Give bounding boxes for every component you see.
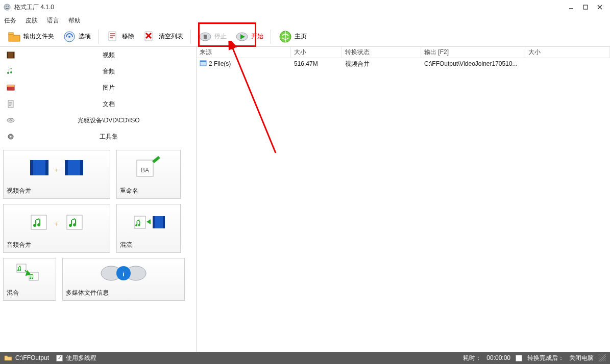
tile-media-info[interactable]: i 多媒体文件信息 [62,258,185,301]
tile-mux[interactable]: 混流 [116,204,181,253]
output-folder-label: 输出文件夹 [23,32,54,41]
tile-video-join[interactable]: + 视频合并 [3,150,110,199]
after-label: 转换完成后： [527,354,564,362]
svg-rect-39 [30,160,33,175]
category-audio[interactable]: 音频 [0,63,196,80]
tile-rename-label: 重命名 [117,185,180,198]
app-title: 格式工厂 4.1.0 [14,3,564,12]
rename-icon: BA [117,150,180,185]
mux-icon [117,204,180,239]
stop-button[interactable]: 停止 [195,29,230,45]
right-panel: 来源 大小 转换状态 输出 [F2] 大小 2 File(s) 516.47M … [197,47,610,352]
svg-rect-40 [45,160,48,175]
remove-icon [106,30,120,44]
category-disc[interactable]: 光驱设备\DVD\CD\ISO [0,112,196,128]
folder-small-icon [4,354,12,362]
video-join-icon: + [4,150,110,185]
category-disc-label: 光驱设备\DVD\CD\ISO [21,116,196,125]
close-button[interactable] [593,1,607,13]
menu-help[interactable]: 帮助 [68,16,81,25]
resize-grip[interactable] [599,354,606,361]
maximize-button[interactable] [578,1,593,13]
output-folder-button[interactable]: 输出文件夹 [4,29,57,45]
svg-point-2 [8,6,9,7]
home-icon [278,30,292,44]
list-body: 2 File(s) 516.47M 视频合并 C:\FFOutput\Video… [197,58,610,352]
header-source[interactable]: 来源 [197,47,291,58]
category-video-label: 视频 [21,51,196,60]
svg-rect-56 [29,272,38,280]
elapsed-label: 耗时： [463,354,481,362]
status-path[interactable]: C:\FFOutput [15,354,49,361]
header-size[interactable]: 大小 [291,47,342,58]
header-size2[interactable]: 大小 [525,47,610,58]
svg-rect-4 [583,5,588,9]
svg-rect-63 [200,61,206,62]
after-checkbox[interactable] [516,355,522,361]
main-area: 视频 音频 图片 文档 光驱设备\DVD\CD\ISO 工具集 [0,47,610,352]
clear-list-button[interactable]: 清空列表 [139,29,186,45]
minimize-button[interactable] [564,1,578,13]
svg-marker-51 [147,219,151,224]
multithread-label: 使用多线程 [66,354,96,362]
row-state: 视频合并 [342,59,421,69]
elapsed-value: 00:00:00 [486,354,510,361]
svg-rect-7 [9,33,13,34]
remove-button[interactable]: 移除 [103,29,137,45]
svg-rect-54 [163,216,165,228]
svg-point-35 [10,120,12,121]
home-button[interactable]: 主页 [275,29,310,45]
tile-rename[interactable]: BA 重命名 [116,150,181,199]
after-value[interactable]: 关闭电脑 [569,354,594,362]
menu-lang[interactable]: 语言 [47,16,59,25]
tile-media-info-label: 多媒体文件信息 [63,287,184,300]
category-doc[interactable]: 文档 [0,96,196,112]
folder-icon [7,30,21,44]
tile-mux-label: 混流 [117,239,180,252]
tile-mix-label: 混合 [4,287,56,300]
options-label: 选项 [79,32,91,41]
svg-rect-18 [204,35,207,39]
stop-label: 停止 [214,32,227,41]
stop-icon [198,30,212,44]
disc-icon [0,116,21,125]
category-tools[interactable]: 工具集 [0,128,196,145]
category-image[interactable]: 图片 [0,80,196,96]
note-icon [0,67,21,76]
picture-icon [0,83,21,92]
svg-text:+: + [55,221,58,228]
toolbar: 输出文件夹 选项 移除 清空列表 停止 开始 主页 [0,27,610,47]
svg-rect-10 [109,32,116,41]
list-row[interactable]: 2 File(s) 516.47M 视频合并 C:\FFOutput\Video… [197,58,610,69]
header-state[interactable]: 转换状态 [342,47,421,58]
svg-rect-49 [67,215,82,229]
svg-point-37 [10,136,12,138]
tile-video-join-label: 视频合并 [4,185,110,198]
list-header: 来源 大小 转换状态 输出 [F2] 大小 [197,47,610,58]
start-button[interactable]: 开始 [232,29,266,45]
clear-icon [142,30,157,44]
app-icon [3,3,11,11]
left-panel: 视频 音频 图片 文档 光驱设备\DVD\CD\ISO 工具集 [0,47,197,352]
statusbar: C:\FFOutput 使用多线程 耗时： 00:00:00 转换完成后： 关闭… [0,352,610,364]
separator [98,30,99,44]
category-video[interactable]: 视频 [0,47,196,63]
category-tools-label: 工具集 [21,133,196,141]
svg-rect-25 [7,52,14,58]
multithread-checkbox[interactable] [56,355,63,361]
tool-tiles: + 视频合并 BA 重命名 + 音频合并 混流 [0,145,196,306]
svg-rect-55 [17,264,26,272]
menu-task[interactable]: 任务 [4,16,16,25]
header-output[interactable]: 输出 [F2] [421,47,525,58]
menubar: 任务 皮肤 语言 帮助 [0,14,610,27]
row-output: C:\FFOutput\VideoJoiner170510... [421,59,525,68]
home-label: 主页 [295,32,307,41]
options-button[interactable]: 选项 [59,29,94,45]
category-list: 视频 音频 图片 文档 光驱设备\DVD\CD\ISO 工具集 [0,47,196,145]
menu-skin[interactable]: 皮肤 [26,16,38,25]
tile-audio-join-label: 音频合并 [4,239,110,252]
svg-rect-47 [31,215,46,229]
tile-mix[interactable]: 混合 [3,258,56,301]
media-info-icon: i [63,258,184,287]
tile-audio-join[interactable]: + 音频合并 [3,204,110,253]
